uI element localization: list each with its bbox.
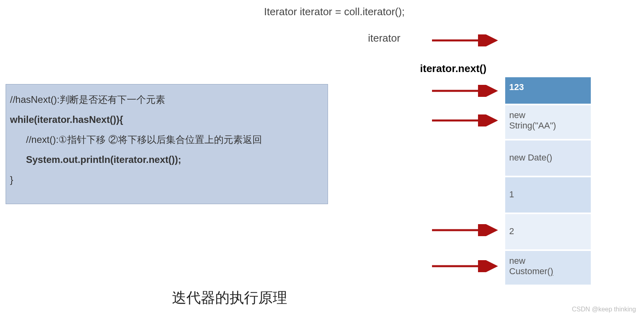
code-line-4: System.out.println(iterator.next()); — [10, 152, 324, 167]
watermark: CSDN @keep thinking — [572, 306, 636, 313]
arrow-icon — [432, 85, 504, 97]
code-line-init: Iterator iterator = coll.iterator(); — [264, 6, 405, 18]
cell-6: new Customer() — [505, 251, 591, 285]
code-line-2: while(iterator.hasNext()){ — [10, 112, 324, 127]
arrow-icon — [432, 114, 504, 126]
arrow-icon — [432, 260, 504, 272]
arrow-icon — [432, 34, 504, 46]
cell-3: new Date() — [505, 140, 591, 176]
diagram-title: 迭代器的执行原理 — [172, 288, 287, 308]
cell-4: 1 — [505, 177, 591, 213]
cell-5: 2 — [505, 214, 591, 250]
cell-2: new String("AA") — [505, 105, 591, 139]
code-box: //hasNext():判断是否还有下一个元素 while(iterator.h… — [6, 84, 328, 204]
arrow-icon — [432, 224, 504, 236]
customer-underline: Customer() — [509, 266, 553, 276]
code-line-1: //hasNext():判断是否还有下一个元素 — [10, 92, 324, 107]
code-line-5: } — [10, 173, 324, 187]
code-line-3: //next():①指针下移 ②将下移以后集合位置上的元素返回 — [10, 132, 324, 147]
cell-1: 123 — [505, 77, 591, 104]
iterator-next-label: iterator.next() — [420, 62, 486, 75]
iterator-label: iterator — [368, 32, 400, 44]
